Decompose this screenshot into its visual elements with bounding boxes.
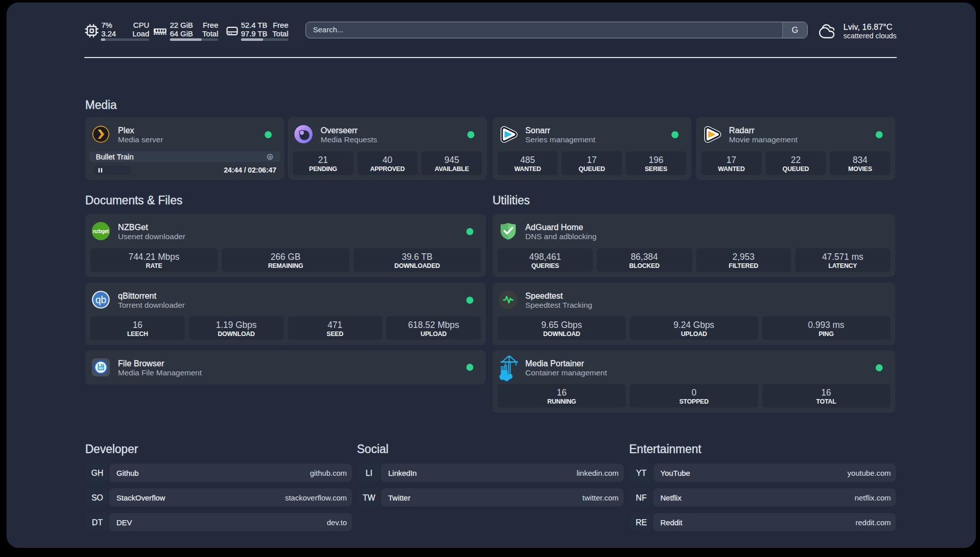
svg-text:qb: qb [95,294,106,305]
svg-text:nzbget: nzbget [93,228,109,234]
